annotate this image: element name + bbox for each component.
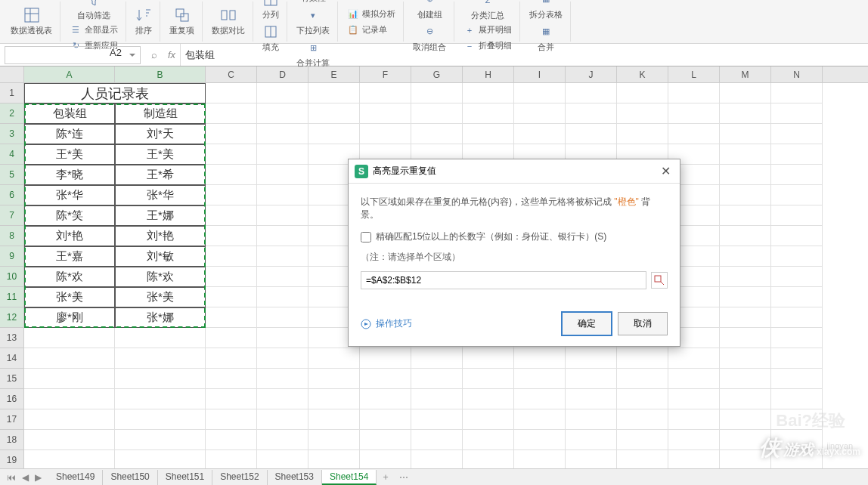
cell[interactable] xyxy=(411,389,463,409)
table-cell[interactable]: 王*美 xyxy=(24,144,115,165)
cell[interactable] xyxy=(514,124,566,144)
group-button[interactable]: ⊕ 创建组 xyxy=(414,0,445,22)
table-cell[interactable]: 刘*艳 xyxy=(24,226,115,246)
cell[interactable] xyxy=(771,246,823,267)
col-header-L[interactable]: L xyxy=(668,66,720,82)
table-cell[interactable]: 王*美 xyxy=(115,144,206,165)
cell[interactable] xyxy=(463,369,514,389)
row-header-14[interactable]: 14 xyxy=(0,348,23,369)
cell[interactable] xyxy=(566,409,617,430)
tab-first-icon[interactable]: ⏮ xyxy=(5,472,18,483)
cell[interactable] xyxy=(308,124,360,144)
cell[interactable] xyxy=(360,103,411,124)
cell[interactable] xyxy=(720,246,771,267)
row-header-9[interactable]: 9 xyxy=(0,246,23,267)
cell[interactable] xyxy=(720,307,771,328)
cell[interactable] xyxy=(771,267,823,287)
cell[interactable] xyxy=(115,409,206,430)
row-header-6[interactable]: 6 xyxy=(0,185,23,205)
table-cell[interactable]: 廖*刚 xyxy=(24,307,115,328)
cell[interactable] xyxy=(617,348,668,369)
cell[interactable] xyxy=(24,348,115,369)
cell[interactable] xyxy=(257,165,308,185)
cell[interactable] xyxy=(771,328,823,348)
cell[interactable] xyxy=(566,389,617,409)
cell[interactable] xyxy=(206,83,257,103)
row-header-4[interactable]: 4 xyxy=(0,144,23,165)
subtotal-button[interactable]: Σ 分类汇总 xyxy=(468,0,507,23)
whatif-button[interactable]: 📊模拟分析 xyxy=(344,6,398,21)
table-cell[interactable]: 陈*欢 xyxy=(115,267,206,287)
cell[interactable] xyxy=(360,409,411,430)
table-cell[interactable]: 陈*欢 xyxy=(24,267,115,287)
cell[interactable] xyxy=(308,430,360,450)
cell[interactable] xyxy=(668,389,720,409)
cell[interactable] xyxy=(720,267,771,287)
cell[interactable] xyxy=(24,450,115,471)
cell[interactable] xyxy=(24,369,115,389)
sheet-list-button[interactable]: ⋯ xyxy=(395,472,413,483)
sheet-tab-Sheet153[interactable]: Sheet153 xyxy=(268,470,322,485)
cell[interactable] xyxy=(257,287,308,307)
sheet-tab-Sheet154[interactable]: Sheet154 xyxy=(322,470,377,485)
cell[interactable] xyxy=(566,450,617,471)
col-header-I[interactable]: I xyxy=(514,66,566,82)
search-icon[interactable]: ⌕ xyxy=(151,49,157,60)
cell[interactable] xyxy=(514,369,566,389)
formula-input[interactable]: 包装组 xyxy=(180,44,868,66)
cell[interactable] xyxy=(771,124,823,144)
cell[interactable] xyxy=(668,369,720,389)
cell[interactable] xyxy=(24,409,115,430)
cell[interactable] xyxy=(566,124,617,144)
cell[interactable] xyxy=(360,124,411,144)
cell[interactable] xyxy=(115,348,206,369)
cell[interactable] xyxy=(257,389,308,409)
table-header[interactable]: 制造组 xyxy=(115,103,206,124)
sort-button[interactable]: 排序 xyxy=(132,5,155,38)
cell[interactable] xyxy=(206,124,257,144)
cell[interactable] xyxy=(24,389,115,409)
cell[interactable] xyxy=(463,348,514,369)
cell[interactable] xyxy=(257,246,308,267)
row-header-7[interactable]: 7 xyxy=(0,205,23,226)
row-header-8[interactable]: 8 xyxy=(0,226,23,246)
cell[interactable] xyxy=(771,165,823,185)
cell[interactable] xyxy=(463,103,514,124)
cell[interactable] xyxy=(463,124,514,144)
cell[interactable] xyxy=(720,144,771,165)
cell[interactable] xyxy=(514,103,566,124)
row-header-18[interactable]: 18 xyxy=(0,430,23,450)
cell[interactable] xyxy=(771,307,823,328)
cell[interactable] xyxy=(411,450,463,471)
row-header-12[interactable]: 12 xyxy=(0,307,23,328)
row-header-1[interactable]: 1 xyxy=(0,83,23,103)
cell[interactable] xyxy=(360,430,411,450)
cell[interactable] xyxy=(566,430,617,450)
close-icon[interactable]: ✕ xyxy=(658,164,674,178)
row-header-10[interactable]: 10 xyxy=(0,267,23,287)
cell[interactable] xyxy=(411,409,463,430)
row-header-16[interactable]: 16 xyxy=(0,389,23,409)
cell[interactable] xyxy=(514,409,566,430)
cell[interactable] xyxy=(257,409,308,430)
dialog-titlebar[interactable]: S 高亮显示重复值 ✕ xyxy=(349,159,680,184)
cell[interactable] xyxy=(617,389,668,409)
row-header-2[interactable]: 2 xyxy=(0,103,23,124)
filter-button[interactable]: 自动筛选 xyxy=(74,0,113,23)
cell[interactable] xyxy=(257,267,308,287)
cell[interactable] xyxy=(360,369,411,389)
ok-button[interactable]: 确定 xyxy=(562,312,612,335)
compare-button[interactable]: 数据对比 xyxy=(209,5,248,38)
row-header-3[interactable]: 3 xyxy=(0,124,23,144)
cell[interactable] xyxy=(206,185,257,205)
range-selector-button[interactable] xyxy=(651,272,668,289)
cell[interactable] xyxy=(257,348,308,369)
name-box[interactable]: A2 xyxy=(5,46,141,64)
sheet-tab-Sheet151[interactable]: Sheet151 xyxy=(158,470,212,485)
table-cell[interactable]: 陈*连 xyxy=(24,124,115,144)
row-header-15[interactable]: 15 xyxy=(0,369,23,389)
fx-icon[interactable]: fx xyxy=(163,49,180,60)
col-header-K[interactable]: K xyxy=(617,66,668,82)
cell[interactable] xyxy=(514,450,566,471)
cell[interactable] xyxy=(411,430,463,450)
